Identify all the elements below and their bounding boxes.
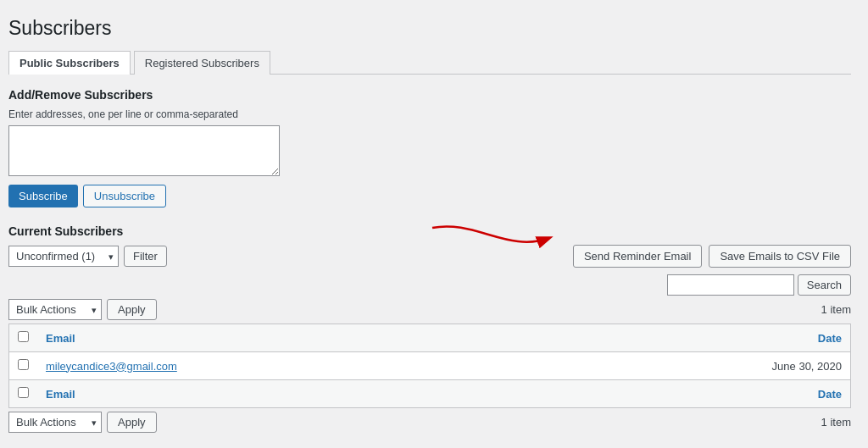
filter-button[interactable]: Filter — [124, 246, 167, 267]
filter-select-wrapper: Unconfirmed (1) — [8, 246, 119, 267]
header-email[interactable]: Email — [37, 324, 549, 352]
select-all-checkbox[interactable] — [18, 331, 29, 342]
bulk-row-top: Bulk Actions Apply 1 item — [8, 299, 851, 320]
footer-date[interactable]: Date — [549, 380, 851, 408]
footer-email[interactable]: Email — [37, 380, 549, 408]
subscribers-table: Email Date mileycandice3@gmail.com June … — [8, 324, 851, 408]
bulk-actions-select-bottom[interactable]: Bulk Actions — [8, 412, 102, 433]
select-all-checkbox-bottom[interactable] — [18, 387, 29, 398]
filter-select[interactable]: Unconfirmed (1) — [8, 246, 119, 267]
current-subscribers-section: Current Subscribers Unconfirmed (1) Filt… — [8, 224, 851, 433]
row-date-cell: June 30, 2020 — [549, 352, 851, 380]
row-checkbox-cell — [9, 352, 38, 380]
header-checkbox-cell — [9, 324, 38, 352]
item-count-top: 1 item — [821, 303, 851, 316]
tab-bar: Public Subscribers Registered Subscriber… — [8, 50, 851, 75]
table-footer-row: Email Date — [9, 380, 851, 408]
table-row: mileycandice3@gmail.com June 30, 2020 — [9, 352, 851, 380]
item-count-bottom: 1 item — [821, 416, 851, 429]
subscribe-button[interactable]: Subscribe — [8, 185, 78, 207]
save-csv-button[interactable]: Save Emails to CSV File — [709, 245, 851, 268]
email-textarea[interactable] — [8, 125, 280, 176]
apply-button-top[interactable]: Apply — [107, 299, 157, 320]
bulk-select-top-wrapper: Bulk Actions — [8, 299, 102, 320]
send-reminder-button[interactable]: Send Reminder Email — [573, 245, 702, 268]
unsubscribe-button[interactable]: Unsubscribe — [83, 185, 166, 207]
row-checkbox[interactable] — [18, 359, 29, 370]
row-email-cell: mileycandice3@gmail.com — [37, 352, 549, 380]
apply-button-bottom[interactable]: Apply — [107, 412, 157, 433]
add-remove-section: Add/Remove Subscribers Enter addresses, … — [8, 88, 851, 207]
add-remove-title: Add/Remove Subscribers — [8, 88, 851, 102]
tab-registered-subscribers[interactable]: Registered Subscribers — [134, 51, 270, 75]
add-remove-description: Enter addresses, one per line or comma-s… — [8, 108, 851, 120]
search-input[interactable] — [667, 274, 794, 296]
footer-checkbox-cell — [9, 380, 38, 408]
page-title: Subscribers — [8, 17, 851, 40]
bottom-bar: Bulk Actions Apply 1 item — [8, 412, 851, 433]
search-button[interactable]: Search — [798, 274, 851, 296]
filter-row: Unconfirmed (1) Filter Send Reminder Ema… — [8, 245, 851, 268]
right-actions: Send Reminder Email Save Emails to CSV F… — [573, 245, 851, 268]
subscriber-email-link[interactable]: mileycandice3@gmail.com — [46, 360, 177, 373]
table-header-row: Email Date — [9, 324, 851, 352]
search-area: Search — [667, 274, 851, 296]
header-date[interactable]: Date — [549, 324, 851, 352]
bulk-actions-select-top[interactable]: Bulk Actions — [8, 299, 102, 320]
bulk-select-bottom-wrapper: Bulk Actions — [8, 412, 102, 433]
tab-public-subscribers[interactable]: Public Subscribers — [8, 51, 131, 75]
current-subscribers-title: Current Subscribers — [8, 224, 851, 238]
